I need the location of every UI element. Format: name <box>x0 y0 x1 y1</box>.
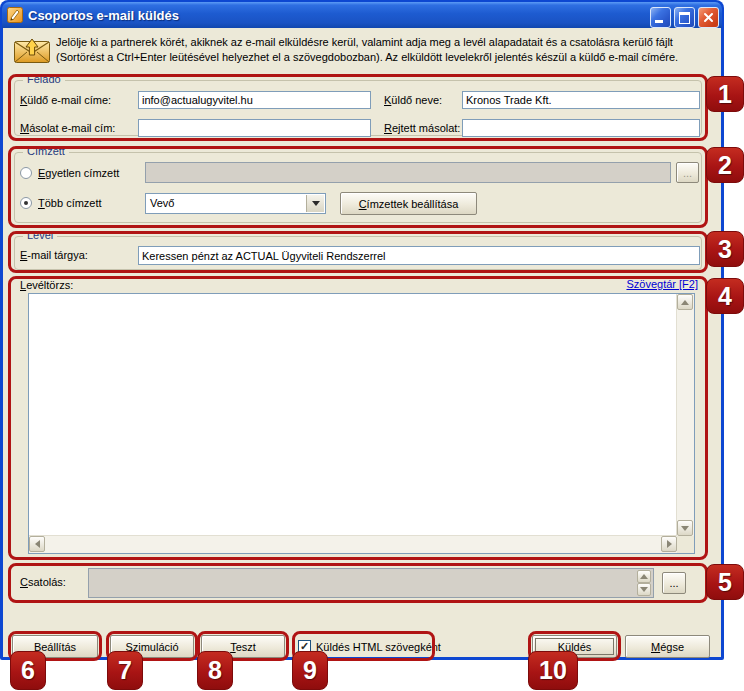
annotation-badge-6: 6 <box>10 651 46 690</box>
close-button[interactable] <box>698 7 719 28</box>
arrow-right-icon <box>667 540 672 548</box>
test-label: Teszt <box>230 641 256 653</box>
multi-recipient-radio[interactable] <box>20 197 32 209</box>
annotation-badge-5: 5 <box>706 564 744 600</box>
annotation-badge-4: 4 <box>706 278 744 314</box>
arrow-down-icon <box>681 526 689 531</box>
close-icon <box>703 12 714 23</box>
scroll-left-button[interactable] <box>29 536 45 552</box>
instruction-line2: (Sortörést a Ctrl+Enter leütésével helye… <box>56 50 711 65</box>
arrow-up-icon <box>681 300 689 305</box>
maximize-button[interactable] <box>674 7 695 28</box>
cancel-label: Mégse <box>651 641 684 653</box>
single-recipient-radio[interactable] <box>20 167 32 179</box>
recipient-type-select[interactable]: Vevő <box>145 193 326 214</box>
annotation-badge-1: 1 <box>706 76 744 112</box>
app-icon <box>7 7 23 23</box>
screenshot-canvas: Csoportos e-mail küldés Jelölje ki a par… <box>0 0 744 691</box>
single-recipient-label: Egyetlen címzett <box>38 167 119 179</box>
scroll-right-button[interactable] <box>661 536 677 552</box>
sender-legend: Feladó <box>23 73 65 85</box>
arrow-up-icon <box>640 574 648 579</box>
sender-email-label: Küldő e-mail címe: <box>20 94 111 106</box>
maximize-icon <box>679 12 690 24</box>
combo-dropdown-button[interactable] <box>306 195 324 212</box>
subject-label: E-mail tárgya: <box>20 249 88 261</box>
spinner-down-button[interactable] <box>637 583 651 596</box>
html-checkbox-label: Küldés HTML szövegként <box>316 641 441 653</box>
letter-legend: Levél <box>23 229 57 241</box>
minimize-icon <box>655 20 663 23</box>
annotation-badge-8: 8 <box>197 651 233 690</box>
cc-label: Másolat e-mail cím: <box>20 122 115 134</box>
browse-dots: ... <box>669 577 678 589</box>
annotation-badge-7: 7 <box>107 651 143 690</box>
sender-name-input[interactable] <box>462 91 700 109</box>
radio-dot <box>24 201 28 205</box>
instruction-line1: Jelölje ki a partnerek körét, akiknek az… <box>56 35 711 50</box>
recipient-type-value: Vevő <box>150 197 174 209</box>
title-bar: Csoportos e-mail küldés <box>2 2 722 28</box>
body-label: Levéltörzs: <box>20 279 73 291</box>
attachment-spinner <box>637 570 652 596</box>
recipient-setup-label: Címzettek beállítása <box>359 198 459 210</box>
recipient-legend: Címzett <box>23 145 69 157</box>
cancel-button[interactable]: Mégse <box>625 635 710 658</box>
instruction-text: Jelölje ki a partnerek körét, akiknek az… <box>56 35 711 65</box>
single-recipient-browse-button: ... <box>676 162 699 183</box>
annotation-badge-9: 9 <box>292 651 328 690</box>
browse-dots: ... <box>683 167 692 179</box>
arrow-left-icon <box>35 540 40 548</box>
attachment-label: Csatolás: <box>20 576 66 588</box>
text-library-link[interactable]: Szövegtár [F2] <box>560 278 698 290</box>
sender-name-label: Küldő neve: <box>384 94 442 106</box>
window-title: Csoportos e-mail küldés <box>28 8 179 23</box>
sender-email-input[interactable] <box>138 91 371 109</box>
single-recipient-field <box>145 162 671 183</box>
arrow-down-icon <box>640 587 648 592</box>
chevron-down-icon <box>312 201 320 206</box>
bcc-label: Rejtett másolat: <box>384 122 460 134</box>
scroll-up-button[interactable] <box>677 294 693 310</box>
recipient-setup-button[interactable]: Címzettek beállítása <box>340 192 477 215</box>
attachment-browse-button[interactable]: ... <box>662 572 686 594</box>
message-body-textarea[interactable] <box>28 293 695 554</box>
annotation-badge-10: 10 <box>528 651 578 690</box>
annotation-badge-3: 3 <box>706 231 744 267</box>
subject-input[interactable] <box>138 246 700 265</box>
cc-input[interactable] <box>138 119 371 137</box>
send-mail-icon <box>13 35 51 65</box>
annotation-badge-2: 2 <box>706 147 744 183</box>
multi-recipient-label: Több címzett <box>38 197 102 209</box>
scroll-down-button[interactable] <box>677 520 693 536</box>
minimize-button[interactable] <box>650 7 671 28</box>
bcc-input[interactable] <box>462 119 700 137</box>
spinner-up-button[interactable] <box>637 570 651 583</box>
attachment-field <box>88 568 654 598</box>
horizontal-scrollbar[interactable] <box>29 535 677 553</box>
scrollbar-corner <box>677 536 694 553</box>
vertical-scrollbar[interactable] <box>676 294 694 536</box>
